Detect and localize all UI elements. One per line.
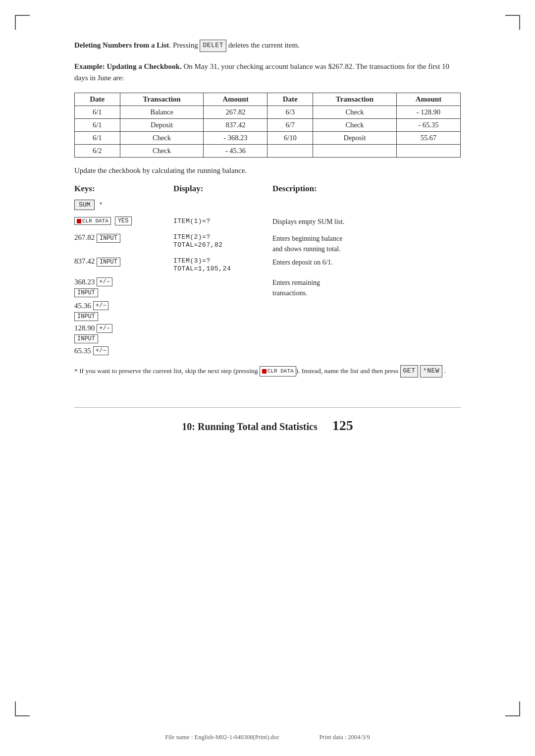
table-cell: 6/1	[75, 119, 120, 132]
table-cell	[313, 145, 397, 158]
update-text: Update the checkbook by calculating the …	[74, 166, 461, 175]
kdd-keys-2: CLR DATA YES	[74, 216, 173, 225]
kdd-row-4: 837.42 INPUT ITEM(3)=? TOTAL=1,105,24 En…	[74, 257, 461, 272]
keys-header: Keys:	[74, 184, 173, 194]
pm-key-7: +/−	[97, 324, 112, 333]
kdd-key-val-4: 837.42 INPUT	[74, 257, 173, 267]
kdd-section: Keys: Display: Description: SUM * CLR DA…	[74, 184, 461, 355]
table-cell: - 368.23	[204, 132, 268, 145]
para1-rest: deletes the current item.	[226, 41, 300, 49]
kdd-display-2: ITEM(1)=?	[173, 216, 272, 227]
clr-data-key: CLR DATA	[74, 217, 111, 225]
star-sym: *	[99, 201, 103, 209]
input-key-4: INPUT	[97, 258, 120, 267]
table-cell	[396, 145, 460, 158]
input-key-6: INPUT	[74, 312, 98, 321]
kdd-desc-2: Displays empty SUM list.	[272, 216, 461, 227]
display-header: Display:	[173, 184, 272, 194]
table-row: 6/1Check- 368.236/10Deposit55.67	[75, 132, 461, 145]
filename-label: File name : English-M02-1-040308(Print).…	[165, 734, 279, 741]
kdd-row-1: SUM *	[74, 200, 461, 213]
pm-key-5: +/−	[97, 277, 112, 286]
input-key-5: INPUT	[74, 288, 98, 297]
col-date1: Date	[75, 93, 120, 106]
kdd-row-2: CLR DATA YES ITEM(1)=? Displays empty SU…	[74, 216, 461, 229]
input-key-3: INPUT	[97, 234, 120, 243]
page-content: Deleting Numbers from a List. Pressing D…	[74, 0, 461, 463]
para2-bold: Example: Updating a Checkbook.	[74, 62, 182, 70]
footnote-text2: ). Instead, name the list and then press	[296, 367, 400, 375]
table-cell: Deposit	[313, 132, 397, 145]
table-cell: 6/1	[75, 132, 120, 145]
kdd-keys-5: 368.23 +/− INPUT	[74, 277, 173, 297]
kdd-desc-5: Enters remainingtransactions.	[272, 277, 461, 298]
kdd-desc-3: Enters beginning balanceand shows runnin…	[272, 233, 461, 254]
corner-mark-tr	[505, 15, 520, 30]
kdd-key-val-6b: INPUT	[74, 312, 173, 321]
kdd-key-val-8a: 65.35 +/−	[74, 346, 173, 355]
sum-key: SUM	[74, 200, 95, 210]
page-number: 125	[332, 418, 353, 433]
kdd-row-5: 368.23 +/− INPUT Enters remainingtransac…	[74, 277, 461, 298]
table-cell: - 128.90	[396, 106, 460, 119]
print-date-label: Print data : 2004/3/9	[319, 734, 370, 741]
display-line-4b: TOTAL=1,105,24	[173, 265, 272, 272]
para1-bold: Deleting Numbers from a List	[74, 41, 169, 49]
table-cell: 6/10	[268, 132, 313, 145]
para1-text: . Pressing	[169, 41, 200, 49]
kdd-keys-8: 65.35 +/−	[74, 346, 173, 355]
table-cell: 6/2	[75, 145, 120, 158]
table-cell: 55.67	[396, 132, 460, 145]
table-cell: 837.42	[204, 119, 268, 132]
kdd-desc-4: Enters deposit on 6/1.	[272, 257, 461, 268]
table-cell: 6/7	[268, 119, 313, 132]
input-key-7: INPUT	[74, 334, 98, 343]
kdd-row-8: 65.35 +/−	[74, 346, 461, 355]
kdd-row-7: 128.90 +/− INPUT	[74, 324, 461, 344]
corner-mark-tl	[15, 15, 30, 30]
table-row: 6/2Check- 45.36	[75, 145, 461, 158]
kdd-keys-1: SUM *	[74, 200, 173, 210]
table-cell	[268, 145, 313, 158]
table-cell: Check	[313, 119, 397, 132]
kdd-key-val-6a: 45.36 +/−	[74, 301, 173, 310]
table-cell: Check	[120, 145, 204, 158]
table-cell: - 45.36	[204, 145, 268, 158]
table-cell: - 65.35	[396, 119, 460, 132]
kdd-keys-7: 128.90 +/− INPUT	[74, 324, 173, 344]
table-header-row: Date Transaction Amount Date Transaction…	[75, 93, 461, 106]
pm-key-6: +/−	[93, 301, 109, 310]
col-trans2: Transaction	[313, 93, 397, 106]
delet-key: DELET	[200, 40, 226, 52]
col-trans1: Transaction	[120, 93, 204, 106]
pm-key-8: +/−	[93, 346, 109, 355]
display-line-3a: ITEM(2)=?	[173, 233, 272, 241]
kdd-keys-3: 267.82 INPUT	[74, 233, 173, 243]
kdd-key-val-5a: 368.23 +/−	[74, 277, 173, 286]
page-footer-title: 10: Running Total and Statistics	[182, 421, 317, 432]
kdd-header: Keys: Display: Description:	[74, 184, 461, 194]
corner-mark-bl	[15, 702, 30, 716]
red-square-icon	[77, 219, 81, 223]
clr-data-footnote: CLR DATA	[260, 366, 296, 377]
get-key: GET	[400, 365, 419, 378]
kdd-key-val-5b: INPUT	[74, 288, 173, 297]
red-sq-footnote-icon	[262, 369, 267, 374]
transactions-table: Date Transaction Amount Date Transaction…	[74, 93, 461, 158]
display-line-3b: TOTAL=267,82	[173, 241, 272, 249]
table-cell: 6/3	[268, 106, 313, 119]
table-cell: 267.82	[204, 106, 268, 119]
kdd-display-4: ITEM(3)=? TOTAL=1,105,24	[173, 257, 272, 272]
table-row: 6/1Balance267.826/3Check- 128.90	[75, 106, 461, 119]
table-body: 6/1Balance267.826/3Check- 128.906/1Depos…	[75, 106, 461, 158]
para1: Deleting Numbers from a List. Pressing D…	[74, 40, 461, 52]
kdd-row-6: 45.36 +/− INPUT	[74, 301, 461, 321]
desc-header: Description:	[272, 184, 461, 194]
footnote-text3: .	[442, 367, 446, 375]
kdd-keys-6: 45.36 +/− INPUT	[74, 301, 173, 321]
para2: Example: Updating a Checkbook. On May 31…	[74, 61, 461, 84]
col-date2: Date	[268, 93, 313, 106]
new-key: *NEW	[420, 365, 442, 378]
kdd-keys-4: 837.42 INPUT	[74, 257, 173, 267]
corner-mark-br	[505, 702, 520, 716]
